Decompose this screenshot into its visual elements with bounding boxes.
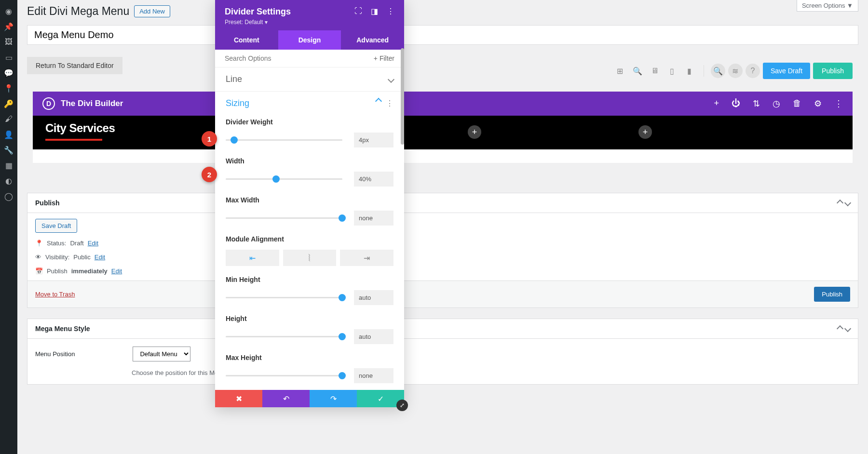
pages-icon[interactable]: ▭ bbox=[0, 50, 17, 65]
builder-row[interactable]: City Services + + bbox=[33, 116, 853, 149]
snap-icon[interactable]: ◨ bbox=[371, 7, 378, 16]
plugin-icon[interactable]: ◯ bbox=[0, 189, 17, 203]
min-height-label: Min Height bbox=[226, 276, 393, 283]
max-width-slider[interactable] bbox=[226, 217, 342, 219]
chevron-down-icon[interactable] bbox=[388, 76, 394, 82]
trash-icon[interactable]: 🗑 bbox=[793, 98, 801, 109]
menu-icon[interactable]: ⋮ bbox=[834, 98, 843, 109]
phone-icon[interactable]: ▮ bbox=[682, 64, 697, 78]
project-icon[interactable]: 📍 bbox=[0, 81, 17, 95]
divi-icon[interactable]: ◐ bbox=[0, 174, 17, 188]
move-to-trash-link[interactable]: Move to Trash bbox=[35, 291, 75, 298]
desktop-icon[interactable]: 🖥 bbox=[648, 64, 662, 78]
appearance-icon[interactable]: 🖌 bbox=[0, 112, 17, 126]
section-sizing[interactable]: Sizing bbox=[226, 98, 249, 108]
max-height-slider[interactable] bbox=[226, 375, 342, 376]
visibility-edit-link[interactable]: Edit bbox=[95, 254, 105, 261]
chevron-down-icon[interactable] bbox=[844, 325, 851, 332]
align-right-button[interactable]: ⇥ bbox=[340, 250, 393, 266]
resize-handle-icon[interactable]: ⤢ bbox=[396, 400, 408, 411]
sort-icon[interactable]: ⇅ bbox=[753, 98, 760, 109]
chevron-down-icon[interactable] bbox=[844, 200, 851, 206]
tab-design[interactable]: Design bbox=[278, 30, 341, 50]
screen-options-toggle[interactable]: Screen Options ▼ bbox=[797, 0, 858, 12]
width-slider[interactable] bbox=[226, 178, 342, 180]
users-icon[interactable]: 👤 bbox=[0, 127, 17, 142]
key-icon[interactable]: 🔑 bbox=[0, 96, 17, 111]
schedule-edit-link[interactable]: Edit bbox=[111, 267, 122, 275]
width-label: Width bbox=[226, 157, 393, 165]
divider-weight-slider[interactable] bbox=[226, 139, 342, 141]
divider-weight-input[interactable] bbox=[354, 133, 393, 147]
layout-icon[interactable]: ⊞ bbox=[613, 64, 627, 78]
module-alignment-label: Module Alignment bbox=[226, 235, 393, 243]
publish-submit-button[interactable]: Publish bbox=[814, 287, 850, 302]
search-options-input[interactable] bbox=[225, 54, 374, 62]
more-icon[interactable]: ⋮ bbox=[387, 7, 394, 16]
modal-scrollbar[interactable] bbox=[401, 48, 404, 231]
settings-icon[interactable]: ▦ bbox=[0, 158, 17, 173]
modal-preset[interactable]: Preset: Default ▾ bbox=[225, 19, 291, 26]
media-icon[interactable]: 🖼 bbox=[0, 35, 17, 49]
dashboard-icon[interactable]: ◉ bbox=[0, 4, 17, 18]
filter-button[interactable]: +Filter bbox=[374, 54, 394, 62]
min-height-input[interactable] bbox=[354, 290, 393, 305]
help-icon[interactable]: ? bbox=[746, 64, 760, 78]
publish-button[interactable]: Publish bbox=[813, 63, 853, 79]
builder-toolbar: ⊞ 🔍 🖥 ▯ ▮ 🔍 ≋ ? Save Draft Publish bbox=[613, 63, 853, 79]
height-input[interactable] bbox=[354, 329, 393, 344]
power-icon[interactable]: ⏻ bbox=[732, 98, 740, 109]
save-draft-box-button[interactable]: Save Draft bbox=[35, 219, 77, 233]
chevron-up-icon[interactable] bbox=[375, 98, 382, 105]
add-icon[interactable]: + bbox=[714, 98, 719, 109]
divider-weight-label: Divider Weight bbox=[226, 118, 393, 126]
max-height-input[interactable] bbox=[354, 368, 393, 383]
search-icon[interactable]: 🔍 bbox=[630, 64, 645, 78]
add-column-button[interactable]: + bbox=[468, 125, 481, 139]
modal-footer: ✖ ↶ ↷ ✓ bbox=[215, 390, 404, 407]
visibility-label: Visibility: bbox=[45, 254, 69, 261]
section-more-icon[interactable]: ⋮ bbox=[386, 99, 393, 108]
section-line[interactable]: Line bbox=[226, 74, 242, 84]
pin-icon[interactable]: 📌 bbox=[0, 19, 17, 34]
builder-canvas: D The Divi Builder + ⏻ ⇅ ◷ 🗑 ⚙ ⋮ City Se… bbox=[27, 92, 858, 173]
post-title-input[interactable] bbox=[27, 25, 858, 45]
expand-icon[interactable]: ⛶ bbox=[354, 7, 362, 16]
height-label: Height bbox=[226, 315, 393, 322]
divider-preview bbox=[45, 139, 102, 141]
discard-button[interactable]: ✖ bbox=[215, 390, 262, 407]
style-metabox-title: Mega Menu Style bbox=[35, 325, 90, 333]
publish-label: Publish bbox=[47, 267, 68, 275]
height-slider[interactable] bbox=[226, 336, 342, 337]
tab-advanced[interactable]: Advanced bbox=[341, 30, 404, 50]
tools-icon[interactable]: 🔧 bbox=[0, 143, 17, 157]
min-height-slider[interactable] bbox=[226, 297, 342, 298]
annotation-1: 1 bbox=[202, 131, 217, 147]
add-new-button[interactable]: Add New bbox=[134, 5, 170, 17]
redo-button[interactable]: ↷ bbox=[310, 390, 357, 407]
status-label: Status: bbox=[47, 240, 66, 247]
history-icon[interactable]: ◷ bbox=[773, 98, 780, 109]
align-left-button[interactable]: ⇤ bbox=[226, 250, 279, 266]
return-standard-editor-button[interactable]: Return To Standard Editor bbox=[27, 57, 122, 74]
gear-icon[interactable]: ⚙ bbox=[814, 98, 822, 109]
undo-button[interactable]: ↶ bbox=[262, 390, 310, 407]
comments-icon[interactable]: 💬 bbox=[0, 66, 17, 80]
width-input[interactable] bbox=[354, 172, 393, 187]
tablet-icon[interactable]: ▯ bbox=[665, 64, 679, 78]
add-column-button[interactable]: + bbox=[638, 125, 652, 139]
chevron-up-icon[interactable] bbox=[837, 200, 843, 206]
annotation-2: 2 bbox=[202, 167, 217, 182]
align-center-button[interactable]: ⦚ bbox=[283, 250, 337, 266]
layers-icon[interactable]: ≋ bbox=[728, 64, 743, 78]
chevron-up-icon[interactable] bbox=[837, 325, 843, 332]
save-draft-button[interactable]: Save Draft bbox=[763, 63, 810, 79]
modal-title: Divider Settings bbox=[225, 7, 291, 17]
divider-settings-modal: Divider Settings Preset: Default ▾ ⛶ ◨ ⋮… bbox=[215, 0, 404, 407]
publish-when: immediately bbox=[71, 267, 108, 275]
zoom-icon[interactable]: 🔍 bbox=[711, 64, 725, 78]
tab-content[interactable]: Content bbox=[215, 30, 278, 50]
status-edit-link[interactable]: Edit bbox=[88, 240, 98, 247]
max-width-input[interactable] bbox=[354, 211, 393, 226]
menu-position-select[interactable]: Default Menu bbox=[133, 347, 190, 361]
